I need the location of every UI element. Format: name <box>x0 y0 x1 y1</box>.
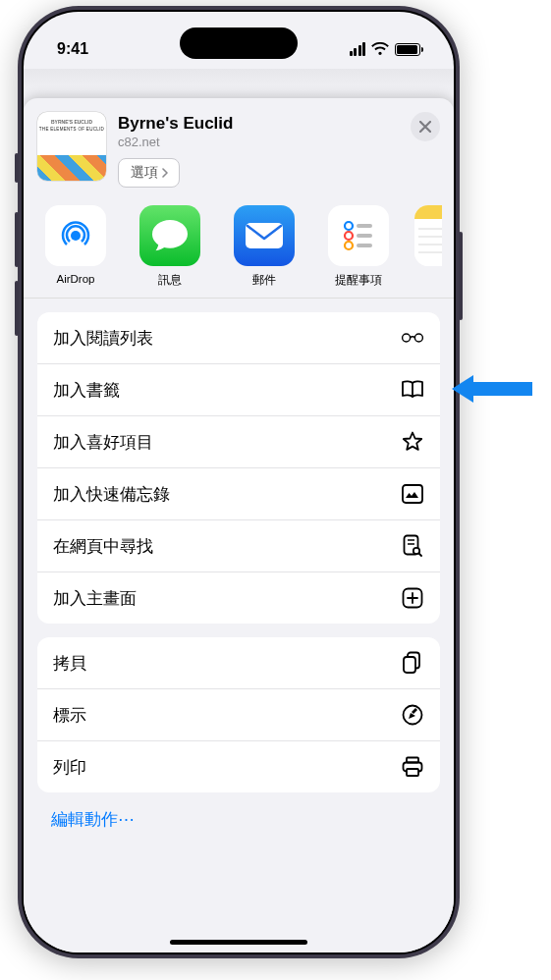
plus-square-icon <box>401 586 424 610</box>
silent-switch <box>15 153 19 183</box>
bezel: 9:41 BYRNE'S EUCLID THE ELEMENTS OF EUCL… <box>22 10 456 954</box>
status-time: 9:41 <box>57 40 88 58</box>
page-thumbnail: BYRNE'S EUCLID THE ELEMENTS OF EUCLID <box>37 112 106 181</box>
svg-point-15 <box>414 334 422 342</box>
book-icon <box>401 378 424 402</box>
reminders-icon <box>328 205 389 266</box>
notes-icon <box>414 205 442 266</box>
svg-rect-9 <box>414 219 442 266</box>
callout-arrow <box>452 375 540 403</box>
share-app-airdrop[interactable]: AirDrop <box>37 205 114 288</box>
airdrop-icon <box>45 205 106 266</box>
svg-rect-31 <box>407 769 418 776</box>
app-label: AirDrop <box>57 273 95 285</box>
svg-rect-5 <box>357 234 372 238</box>
svg-point-14 <box>403 334 411 342</box>
app-label: 提醒事項 <box>335 273 382 288</box>
svg-rect-7 <box>357 244 372 247</box>
action-add-favorite[interactable]: 加入喜好項目 <box>37 415 440 467</box>
action-print[interactable]: 列印 <box>37 740 440 792</box>
action-copy[interactable]: 拷貝 <box>37 637 440 688</box>
share-header-text: Byrne's Euclid c82.net 選項 <box>118 112 399 188</box>
svg-point-0 <box>71 231 81 241</box>
share-app-notes[interactable] <box>414 205 442 288</box>
action-find-on-page[interactable]: 在網頁中尋找 <box>37 519 440 572</box>
markup-icon <box>401 703 424 727</box>
glasses-icon <box>401 326 424 350</box>
action-add-reading-list[interactable]: 加入閱讀列表 <box>37 312 440 363</box>
share-app-row[interactable]: AirDrop 訊息 郵件 <box>24 199 454 299</box>
svg-rect-17 <box>403 485 422 503</box>
actions-group-2: 拷貝 標示 列印 <box>37 637 440 792</box>
action-add-bookmark[interactable]: 加入書籤 <box>37 363 440 415</box>
close-icon <box>419 121 431 133</box>
share-app-messages[interactable]: 訊息 <box>132 205 208 288</box>
share-app-mail[interactable]: 郵件 <box>226 205 303 288</box>
wifi-icon <box>371 42 389 56</box>
quicknote-icon <box>401 482 424 506</box>
action-markup[interactable]: 標示 <box>37 688 440 740</box>
cellular-icon <box>350 42 366 56</box>
battery-icon <box>395 43 420 56</box>
svg-rect-8 <box>414 205 442 219</box>
volume-down <box>15 281 19 336</box>
mail-icon <box>234 205 295 266</box>
svg-rect-27 <box>404 657 415 673</box>
chevron-right-icon <box>162 168 169 178</box>
svg-point-2 <box>345 222 353 230</box>
share-title: Byrne's Euclid <box>118 114 399 134</box>
docs-icon <box>401 651 424 675</box>
app-label: 郵件 <box>252 273 276 288</box>
svg-point-6 <box>345 242 353 249</box>
screen: 9:41 BYRNE'S EUCLID THE ELEMENTS OF EUCL… <box>24 12 454 953</box>
edit-actions-button[interactable]: 編輯動作⋯ <box>51 808 135 831</box>
phone-frame: 9:41 BYRNE'S EUCLID THE ELEMENTS OF EUCL… <box>18 6 460 958</box>
dynamic-island <box>180 27 298 59</box>
options-button[interactable]: 選項 <box>118 158 180 188</box>
doc-search-icon <box>401 534 424 558</box>
action-add-quicknote[interactable]: 加入快速備忘錄 <box>37 467 440 519</box>
app-label: 訊息 <box>158 273 182 288</box>
close-button[interactable] <box>411 112 440 141</box>
svg-rect-3 <box>357 224 372 228</box>
print-icon <box>401 755 424 779</box>
svg-point-4 <box>345 232 353 240</box>
side-button <box>459 232 463 320</box>
share-subtitle: c82.net <box>118 135 399 149</box>
background-peek <box>24 69 454 96</box>
svg-line-22 <box>419 554 422 557</box>
volume-up <box>15 212 19 267</box>
home-indicator[interactable] <box>170 940 307 945</box>
actions-group-1: 加入閱讀列表 加入書籤 加入喜好項目 <box>37 312 440 624</box>
share-sheet: BYRNE'S EUCLID THE ELEMENTS OF EUCLID By… <box>24 98 454 953</box>
svg-rect-1 <box>246 223 283 248</box>
share-app-reminders[interactable]: 提醒事項 <box>320 205 397 288</box>
action-add-home-screen[interactable]: 加入主畫面 <box>37 572 440 624</box>
star-icon <box>401 430 424 454</box>
messages-icon <box>139 205 200 266</box>
share-header: BYRNE'S EUCLID THE ELEMENTS OF EUCLID By… <box>24 98 454 199</box>
